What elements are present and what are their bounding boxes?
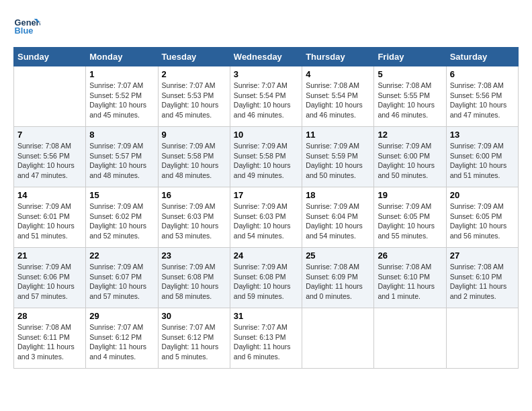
- calendar-cell: 20Sunrise: 7:09 AM Sunset: 6:05 PM Dayli…: [446, 187, 518, 248]
- day-info: Sunrise: 7:07 AM Sunset: 6:13 PM Dayligh…: [234, 322, 298, 362]
- logo-icon: General Blue: [13, 13, 40, 40]
- calendar-cell: 5Sunrise: 7:08 AM Sunset: 5:55 PM Daylig…: [374, 66, 446, 127]
- calendar-cell: 10Sunrise: 7:09 AM Sunset: 5:58 PM Dayli…: [230, 127, 302, 187]
- calendar-cell: 7Sunrise: 7:08 AM Sunset: 5:56 PM Daylig…: [14, 127, 86, 187]
- calendar-cell: 9Sunrise: 7:09 AM Sunset: 5:58 PM Daylig…: [158, 127, 230, 187]
- day-info: Sunrise: 7:09 AM Sunset: 6:01 PM Dayligh…: [17, 201, 82, 241]
- day-number: 6: [450, 69, 515, 79]
- day-info: Sunrise: 7:07 AM Sunset: 5:53 PM Dayligh…: [162, 81, 226, 120]
- day-number: 20: [450, 190, 515, 200]
- day-info: Sunrise: 7:08 AM Sunset: 5:55 PM Dayligh…: [378, 81, 442, 120]
- calendar-cell: 17Sunrise: 7:09 AM Sunset: 6:03 PM Dayli…: [230, 187, 302, 248]
- day-info: Sunrise: 7:07 AM Sunset: 5:52 PM Dayligh…: [89, 81, 154, 120]
- calendar-cell: 14Sunrise: 7:09 AM Sunset: 6:01 PM Dayli…: [14, 187, 86, 248]
- calendar-table: SundayMondayTuesdayWednesdayThursdayFrid…: [13, 47, 519, 369]
- calendar-cell: 6Sunrise: 7:08 AM Sunset: 5:56 PM Daylig…: [446, 66, 518, 127]
- day-info: Sunrise: 7:09 AM Sunset: 6:05 PM Dayligh…: [450, 201, 515, 241]
- calendar-cell: [446, 308, 518, 369]
- day-number: 5: [378, 69, 442, 79]
- day-info: Sunrise: 7:09 AM Sunset: 6:00 PM Dayligh…: [450, 141, 515, 181]
- day-info: Sunrise: 7:07 AM Sunset: 6:12 PM Dayligh…: [162, 322, 226, 362]
- calendar-cell: 11Sunrise: 7:09 AM Sunset: 5:59 PM Dayli…: [302, 127, 374, 187]
- day-number: 27: [450, 250, 515, 261]
- day-number: 28: [17, 311, 82, 321]
- day-number: 15: [89, 190, 154, 200]
- svg-text:Blue: Blue: [15, 26, 34, 36]
- day-number: 7: [17, 130, 82, 140]
- day-number: 25: [306, 250, 370, 261]
- day-number: 14: [17, 190, 82, 200]
- weekday-header: Monday: [86, 48, 158, 66]
- day-info: Sunrise: 7:09 AM Sunset: 6:04 PM Dayligh…: [306, 201, 370, 241]
- day-info: Sunrise: 7:09 AM Sunset: 6:00 PM Dayligh…: [378, 141, 442, 181]
- day-number: 12: [378, 130, 442, 140]
- calendar-cell: 2Sunrise: 7:07 AM Sunset: 5:53 PM Daylig…: [158, 66, 230, 127]
- day-number: 9: [162, 130, 226, 140]
- calendar-cell: 8Sunrise: 7:09 AM Sunset: 5:57 PM Daylig…: [86, 127, 158, 187]
- day-info: Sunrise: 7:07 AM Sunset: 5:54 PM Dayligh…: [234, 81, 298, 120]
- calendar-cell: 19Sunrise: 7:09 AM Sunset: 6:05 PM Dayli…: [374, 187, 446, 248]
- day-number: 3: [234, 69, 298, 79]
- day-number: 18: [306, 190, 370, 200]
- weekday-header: Saturday: [446, 48, 518, 66]
- day-number: 19: [378, 190, 442, 200]
- calendar-cell: 31Sunrise: 7:07 AM Sunset: 6:13 PM Dayli…: [230, 308, 302, 369]
- calendar-cell: 1Sunrise: 7:07 AM Sunset: 5:52 PM Daylig…: [86, 66, 158, 127]
- calendar-cell: [374, 308, 446, 369]
- day-info: Sunrise: 7:09 AM Sunset: 6:07 PM Dayligh…: [89, 262, 154, 302]
- calendar-cell: 22Sunrise: 7:09 AM Sunset: 6:07 PM Dayli…: [86, 248, 158, 308]
- calendar-cell: 26Sunrise: 7:08 AM Sunset: 6:10 PM Dayli…: [374, 248, 446, 308]
- calendar-cell: 29Sunrise: 7:07 AM Sunset: 6:12 PM Dayli…: [86, 308, 158, 369]
- calendar-cell: 21Sunrise: 7:09 AM Sunset: 6:06 PM Dayli…: [14, 248, 86, 308]
- weekday-header: Sunday: [14, 48, 86, 66]
- logo: General Blue: [13, 13, 44, 40]
- day-number: 8: [89, 130, 154, 140]
- day-info: Sunrise: 7:09 AM Sunset: 5:58 PM Dayligh…: [234, 141, 298, 181]
- calendar-cell: 18Sunrise: 7:09 AM Sunset: 6:04 PM Dayli…: [302, 187, 374, 248]
- day-number: 4: [306, 69, 370, 79]
- day-info: Sunrise: 7:09 AM Sunset: 6:02 PM Dayligh…: [89, 201, 154, 241]
- weekday-header: Thursday: [302, 48, 374, 66]
- calendar-cell: 24Sunrise: 7:09 AM Sunset: 6:08 PM Dayli…: [230, 248, 302, 308]
- calendar-cell: 4Sunrise: 7:08 AM Sunset: 5:54 PM Daylig…: [302, 66, 374, 127]
- day-number: 1: [89, 69, 154, 79]
- day-info: Sunrise: 7:09 AM Sunset: 6:08 PM Dayligh…: [162, 262, 226, 302]
- day-info: Sunrise: 7:09 AM Sunset: 6:03 PM Dayligh…: [162, 201, 226, 241]
- day-info: Sunrise: 7:08 AM Sunset: 5:54 PM Dayligh…: [306, 81, 370, 120]
- calendar-cell: 25Sunrise: 7:08 AM Sunset: 6:09 PM Dayli…: [302, 248, 374, 308]
- day-info: Sunrise: 7:08 AM Sunset: 5:56 PM Dayligh…: [450, 81, 515, 120]
- day-info: Sunrise: 7:09 AM Sunset: 5:58 PM Dayligh…: [162, 141, 226, 181]
- day-info: Sunrise: 7:08 AM Sunset: 6:10 PM Dayligh…: [450, 262, 515, 302]
- weekday-header: Wednesday: [230, 48, 302, 66]
- calendar-cell: 27Sunrise: 7:08 AM Sunset: 6:10 PM Dayli…: [446, 248, 518, 308]
- day-info: Sunrise: 7:09 AM Sunset: 5:57 PM Dayligh…: [89, 141, 154, 181]
- day-info: Sunrise: 7:09 AM Sunset: 6:06 PM Dayligh…: [17, 262, 82, 302]
- day-info: Sunrise: 7:09 AM Sunset: 6:03 PM Dayligh…: [234, 201, 298, 241]
- day-number: 26: [378, 250, 442, 261]
- day-info: Sunrise: 7:08 AM Sunset: 5:56 PM Dayligh…: [17, 141, 82, 181]
- calendar-cell: 23Sunrise: 7:09 AM Sunset: 6:08 PM Dayli…: [158, 248, 230, 308]
- day-number: 22: [89, 250, 154, 261]
- day-number: 29: [89, 311, 154, 321]
- day-info: Sunrise: 7:08 AM Sunset: 6:11 PM Dayligh…: [17, 322, 82, 362]
- calendar-cell: [14, 66, 86, 127]
- calendar-cell: 30Sunrise: 7:07 AM Sunset: 6:12 PM Dayli…: [158, 308, 230, 369]
- calendar-cell: 3Sunrise: 7:07 AM Sunset: 5:54 PM Daylig…: [230, 66, 302, 127]
- calendar-cell: 15Sunrise: 7:09 AM Sunset: 6:02 PM Dayli…: [86, 187, 158, 248]
- day-number: 17: [234, 190, 298, 200]
- day-info: Sunrise: 7:08 AM Sunset: 6:09 PM Dayligh…: [306, 262, 370, 302]
- day-number: 23: [162, 250, 226, 261]
- day-number: 2: [162, 69, 226, 79]
- page-header: General Blue: [13, 13, 519, 40]
- weekday-header: Tuesday: [158, 48, 230, 66]
- weekday-header: Friday: [374, 48, 446, 66]
- day-number: 11: [306, 130, 370, 140]
- calendar-cell: [302, 308, 374, 369]
- day-number: 16: [162, 190, 226, 200]
- day-info: Sunrise: 7:09 AM Sunset: 6:05 PM Dayligh…: [378, 201, 442, 241]
- calendar-cell: 12Sunrise: 7:09 AM Sunset: 6:00 PM Dayli…: [374, 127, 446, 187]
- calendar-cell: 16Sunrise: 7:09 AM Sunset: 6:03 PM Dayli…: [158, 187, 230, 248]
- calendar-cell: 13Sunrise: 7:09 AM Sunset: 6:00 PM Dayli…: [446, 127, 518, 187]
- day-info: Sunrise: 7:09 AM Sunset: 6:08 PM Dayligh…: [234, 262, 298, 302]
- day-number: 13: [450, 130, 515, 140]
